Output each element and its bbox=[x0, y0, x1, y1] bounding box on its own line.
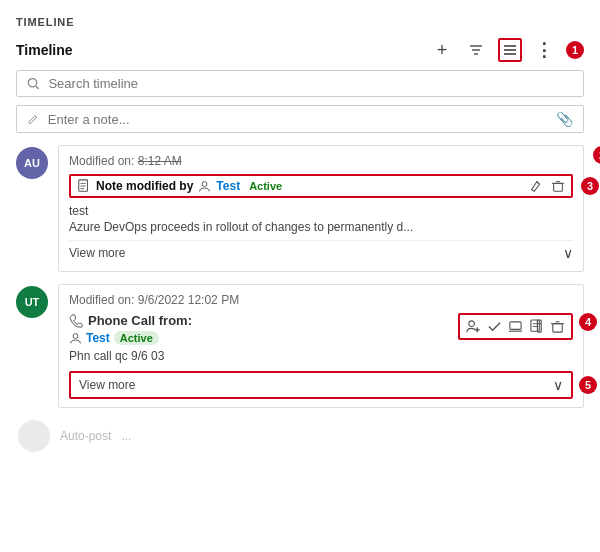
svg-rect-15 bbox=[554, 183, 563, 191]
call-note: Phn call qc 9/6 03 bbox=[69, 349, 458, 363]
callout-3: 3 bbox=[581, 177, 599, 195]
pencil-icon bbox=[27, 112, 40, 126]
view-more-2[interactable]: 5 View more ∨ bbox=[69, 371, 573, 399]
svg-line-8 bbox=[35, 116, 37, 118]
svg-line-14 bbox=[537, 182, 540, 185]
delete-icon-1[interactable] bbox=[551, 179, 565, 193]
person-icon-2 bbox=[69, 332, 82, 345]
section-title: TIMELINE bbox=[16, 16, 584, 28]
active-badge-1: Active bbox=[249, 180, 282, 192]
auto-post-label: Auto-post bbox=[60, 429, 111, 443]
note-input-bar: 📎 bbox=[16, 105, 584, 133]
search-icon bbox=[27, 77, 40, 91]
assign-icon[interactable] bbox=[466, 319, 481, 334]
svg-point-19 bbox=[469, 321, 475, 327]
callout-5: 5 bbox=[579, 376, 597, 394]
person-name-2: Test bbox=[86, 331, 110, 345]
timeline-label: Timeline bbox=[16, 42, 73, 58]
svg-point-13 bbox=[202, 181, 207, 186]
active-badge-2: Active bbox=[114, 331, 159, 345]
timeline-item-1: AU 2 Modified on: 8:12 AM 3 bbox=[16, 145, 584, 272]
phone-call-actions: 4 bbox=[458, 313, 573, 340]
svg-rect-22 bbox=[510, 322, 521, 330]
view-mode-button[interactable] bbox=[498, 38, 522, 62]
check-icon[interactable] bbox=[487, 319, 502, 334]
item-content-2: Modified on: 9/6/2022 12:02 PM Phone Cal… bbox=[58, 284, 584, 408]
auto-post-time: ... bbox=[121, 429, 131, 443]
phone-call-row: Phone Call from: Test Active Phn call qc… bbox=[69, 313, 573, 365]
attachment-icon[interactable]: 📎 bbox=[556, 111, 573, 127]
timeline-header: Timeline + ⋮ 1 bbox=[16, 38, 584, 62]
avatar-au: AU bbox=[16, 147, 48, 179]
search-bar bbox=[16, 70, 584, 97]
svg-point-18 bbox=[73, 333, 78, 338]
edit-icon-1[interactable] bbox=[529, 179, 543, 193]
contact-row-2: Test Active bbox=[69, 331, 458, 345]
modified-on-2: Modified on: 9/6/2022 12:02 PM bbox=[69, 293, 573, 307]
person-name-1: Test bbox=[216, 179, 240, 193]
modified-on-1: Modified on: 8:12 AM bbox=[69, 154, 573, 168]
note-excerpt-1: Azure DevOps proceeds in rollout of chan… bbox=[69, 220, 573, 234]
svg-rect-28 bbox=[553, 324, 562, 332]
add-button[interactable]: + bbox=[430, 38, 454, 62]
note-modified-right bbox=[529, 179, 565, 193]
svg-point-6 bbox=[28, 78, 36, 86]
item-content-1: 2 Modified on: 8:12 AM 3 bbox=[58, 145, 584, 272]
timeline-item-2: UT Modified on: 9/6/2022 12:02 PM Phone … bbox=[16, 284, 584, 408]
avatar-ut: UT bbox=[16, 286, 48, 318]
callout-4: 4 bbox=[579, 313, 597, 331]
document-icon[interactable] bbox=[529, 319, 544, 334]
person-icon-1 bbox=[198, 180, 211, 193]
callout-1: 1 bbox=[566, 41, 584, 59]
callout-2: 2 bbox=[593, 146, 600, 164]
phone-call-title: Phone Call from: bbox=[69, 313, 458, 328]
view-more-1[interactable]: View more ∨ bbox=[69, 240, 573, 263]
delete-icon-2[interactable] bbox=[550, 319, 565, 334]
phone-call-left: Phone Call from: Test Active Phn call qc… bbox=[69, 313, 458, 365]
timeline-item-3-partial: Auto-post ... bbox=[18, 420, 584, 452]
laptop-icon[interactable] bbox=[508, 319, 523, 334]
phone-icon bbox=[69, 314, 83, 328]
note-icon bbox=[77, 179, 91, 193]
svg-line-7 bbox=[36, 86, 39, 89]
more-options-button[interactable]: ⋮ bbox=[532, 38, 556, 62]
note-input[interactable] bbox=[48, 112, 548, 127]
search-input[interactable] bbox=[48, 76, 573, 91]
note-modified-row: 3 Note modified by bbox=[69, 174, 573, 198]
header-actions: + ⋮ 1 bbox=[430, 38, 584, 62]
note-text-1: test bbox=[69, 204, 573, 218]
note-modified-left: Note modified by Test Active bbox=[77, 179, 282, 193]
filter-button[interactable] bbox=[464, 38, 488, 62]
svg-rect-24 bbox=[531, 320, 539, 331]
